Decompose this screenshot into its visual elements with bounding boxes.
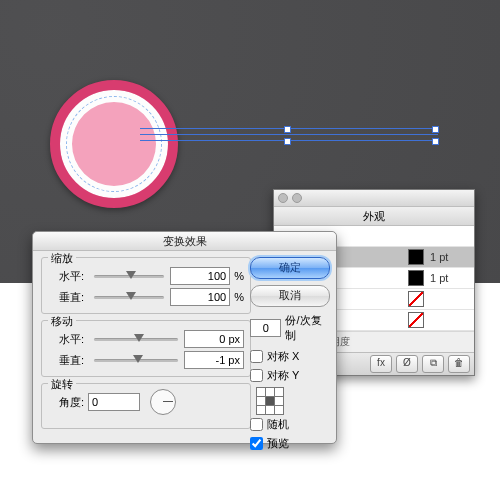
duplicate-icon[interactable]: ⧉ [422,355,444,373]
transform-effect-dialog[interactable]: 变换效果 缩放 水平: 100 % 垂直: 100 % 移动 水平: 0 px [32,231,337,444]
selection-handle[interactable] [284,126,291,133]
checkbox-random[interactable]: 随机 [250,417,328,432]
anchor-grid[interactable] [250,387,328,413]
label-copies: 份/次复制 [285,313,328,343]
minimize-dot-icon[interactable] [292,193,302,203]
input-move-h[interactable]: 0 px [184,330,244,348]
color-swatch[interactable] [408,249,424,265]
slider-move-h[interactable] [94,332,178,346]
label-angle: 角度: [48,395,84,410]
color-swatch[interactable] [408,312,424,328]
dialog-title[interactable]: 变换效果 [33,232,336,251]
group-rotate: 旋转 角度: 0 [41,383,251,429]
unit: % [234,291,244,303]
selection-edge-mid [140,134,438,135]
ok-button[interactable]: 确定 [250,257,330,279]
panel-titlebar[interactable] [274,190,474,207]
input-angle[interactable]: 0 [88,393,140,411]
group-legend: 移动 [48,314,76,329]
input-scale-h[interactable]: 100 [170,267,230,285]
pink-badge-object[interactable] [50,80,178,208]
color-swatch[interactable] [408,270,424,286]
selection-handle[interactable] [432,126,439,133]
panel-tab-label: 外观 [363,209,385,224]
clear-icon[interactable]: Ø [396,355,418,373]
group-move: 移动 水平: 0 px 垂直: -1 px [41,320,251,377]
input-move-v[interactable]: -1 px [184,351,244,369]
label-move-h: 水平: [48,332,84,347]
input-copies[interactable]: 0 [250,319,281,337]
group-scale: 缩放 水平: 100 % 垂直: 100 % [41,257,251,314]
color-swatch[interactable] [408,291,424,307]
group-legend: 缩放 [48,251,76,266]
panel-tab-appearance[interactable]: 外观 [274,207,474,226]
input-scale-v[interactable]: 100 [170,288,230,306]
add-effect-icon[interactable]: fx [370,355,392,373]
label-scale-h: 水平: [48,269,84,284]
delete-icon[interactable]: 🗑 [448,355,470,373]
row-value[interactable]: 1 pt [430,272,474,284]
row-value[interactable]: 1 pt [430,251,474,263]
checkbox-reflect-x[interactable]: 对称 X [250,349,328,364]
label-move-v: 垂直: [48,353,84,368]
selection-handle[interactable] [284,138,291,145]
slider-scale-v[interactable] [94,290,164,304]
checkbox-preview[interactable]: 预览 [250,436,328,451]
angle-dial[interactable] [150,389,176,415]
slider-scale-h[interactable] [94,269,164,283]
unit: % [234,270,244,282]
slider-move-v[interactable] [94,353,178,367]
selection-handle[interactable] [432,138,439,145]
label-scale-v: 垂直: [48,290,84,305]
group-legend: 旋转 [48,377,76,392]
checkbox-reflect-y[interactable]: 对称 Y [250,368,328,383]
close-dot-icon[interactable] [278,193,288,203]
cancel-button[interactable]: 取消 [250,285,330,307]
